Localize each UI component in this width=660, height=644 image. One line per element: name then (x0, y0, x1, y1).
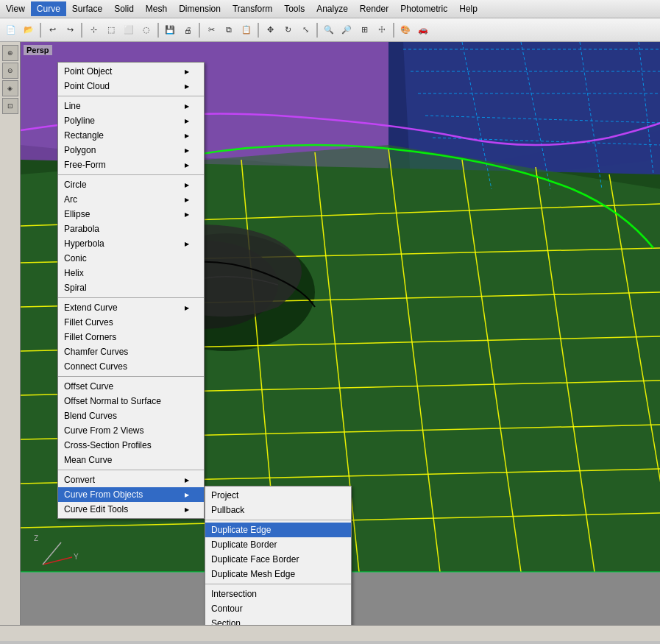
menu-curve-2-views[interactable]: Curve From 2 Views (58, 423, 204, 438)
curve-edit-tools-arrow: ▶ (185, 506, 189, 513)
svg-text:Z: Z (34, 534, 38, 542)
menu-view[interactable]: View (0, 1, 31, 16)
submenu-duplicate-edge[interactable]: Duplicate Edge (205, 523, 351, 537)
menu-arc[interactable]: Arc ▶ (58, 192, 204, 207)
menu-render[interactable]: Render (354, 1, 394, 16)
toolbar-paste[interactable]: 📋 (238, 22, 255, 38)
menu-helix[interactable]: Helix (58, 266, 204, 280)
submenu-pullback[interactable]: Pullback (205, 503, 351, 517)
submenu-contour[interactable]: Contour (205, 601, 351, 616)
main-layout: ⊕ ⊖ ◈ ⊡ (0, 42, 660, 625)
toolbar-crossing[interactable]: ⬜ (121, 22, 137, 38)
menu-fillet-curves[interactable]: Fillet Curves (58, 315, 204, 330)
menubar[interactable]: View Curve Surface Solid Mesh Dimension … (0, 0, 660, 18)
menu-mean-curve[interactable]: Mean Curve (58, 453, 204, 467)
menu-blend-curves[interactable]: Blend Curves (58, 408, 204, 423)
menu-spiral[interactable]: Spiral (58, 280, 204, 295)
menu-solid[interactable]: Solid (108, 1, 140, 16)
menu-surface[interactable]: Surface (66, 1, 108, 16)
submenu-section[interactable]: Section (205, 616, 351, 625)
menu-analyze[interactable]: Analyze (311, 1, 354, 16)
toolbar-zoom-all[interactable]: ⊞ (356, 22, 372, 38)
arc-arrow: ▶ (185, 197, 189, 203)
menu-offset-curve[interactable]: Offset Curve (58, 379, 204, 394)
menu-curve-edit-tools[interactable]: Curve Edit Tools ▶ (58, 502, 204, 517)
submenu-duplicate-face-border[interactable]: Duplicate Face Border (205, 552, 351, 567)
toolbar-undo[interactable]: ↩ (44, 22, 60, 38)
menu-freeform[interactable]: Free-Form ▶ (58, 158, 204, 172)
sep-3 (58, 297, 204, 298)
menu-dimension[interactable]: Dimension (173, 1, 227, 16)
statusbar (0, 625, 660, 641)
menu-photometric[interactable]: Photometric (394, 1, 453, 16)
submenu-duplicate-mesh-edge[interactable]: Duplicate Mesh Edge (205, 567, 351, 581)
left-btn-1[interactable]: ⊕ (2, 45, 18, 61)
viewport-label: Persp (24, 45, 52, 55)
sep-5 (58, 470, 204, 470)
toolbar-sep2 (81, 23, 82, 38)
toolbar-sep1 (40, 23, 41, 38)
left-btn-2[interactable]: ⊖ (2, 63, 18, 79)
toolbar-print[interactable]: 🖨 (180, 22, 196, 38)
toolbar-save[interactable]: 💾 (162, 22, 178, 38)
toolbar-redo[interactable]: ↪ (62, 22, 78, 38)
menu-curve[interactable]: Curve (31, 1, 66, 16)
menu-mesh[interactable]: Mesh (140, 1, 173, 16)
viewport-area[interactable]: Z Y Persp Point Object ▶ Point Cloud (21, 42, 660, 625)
submenu-duplicate-border[interactable]: Duplicate Border (205, 537, 351, 552)
menu-point-object[interactable]: Point Object ▶ (58, 64, 204, 79)
menu-rectangle[interactable]: Rectangle ▶ (58, 128, 204, 143)
menu-fillet-corners[interactable]: Fillet Corners (58, 330, 204, 344)
toolbar-sep7 (393, 23, 394, 38)
left-btn-4[interactable]: ⊡ (2, 98, 18, 114)
menu-help[interactable]: Help (453, 1, 483, 16)
menu-offset-normal[interactable]: Offset Normal to Surface (58, 394, 204, 408)
toolbar-lasso[interactable]: ◌ (138, 22, 155, 38)
menu-connect-curves[interactable]: Connect Curves (58, 359, 204, 374)
submenu-project[interactable]: Project (205, 488, 351, 503)
menu-point-cloud[interactable]: Point Cloud ▶ (58, 79, 204, 93)
menu-convert[interactable]: Convert ▶ (58, 473, 204, 487)
toolbar-open[interactable]: 📂 (21, 22, 37, 38)
toolbar-scale[interactable]: ⤡ (297, 22, 313, 38)
toolbar-copy[interactable]: ⧉ (221, 22, 237, 38)
menu-ellipse[interactable]: Ellipse ▶ (58, 207, 204, 222)
toolbar-pan[interactable]: ☩ (374, 22, 390, 38)
toolbar-sep4 (199, 23, 200, 38)
menu-hyperbola[interactable]: Hyperbola ▶ (58, 236, 204, 251)
rectangle-arrow: ▶ (185, 132, 189, 139)
toolbar-render[interactable]: 🎨 (397, 22, 414, 38)
left-btn-3[interactable]: ◈ (2, 80, 18, 96)
menu-extend-curve[interactable]: Extend Curve ▶ (58, 300, 204, 315)
menu-line[interactable]: Line ▶ (58, 99, 204, 113)
menu-cross-section[interactable]: Cross-Section Profiles (58, 438, 204, 453)
toolbar-cut[interactable]: ✂ (203, 22, 219, 38)
toolbar-car[interactable]: 🚗 (415, 22, 431, 38)
menu-conic[interactable]: Conic (58, 251, 204, 266)
menu-circle[interactable]: Circle ▶ (58, 177, 204, 192)
sep-2 (58, 174, 204, 175)
toolbar-sep3 (157, 23, 159, 38)
hyperbola-arrow: ▶ (185, 241, 189, 247)
toolbar-move[interactable]: ✥ (262, 22, 278, 38)
toolbar-rotate[interactable]: ↻ (280, 22, 296, 38)
extend-curve-arrow: ▶ (185, 305, 189, 311)
polyline-arrow: ▶ (185, 118, 189, 124)
sep-4 (58, 376, 204, 377)
toolbar-zoom-in[interactable]: 🔍 (321, 22, 337, 38)
menu-tools[interactable]: Tools (278, 1, 311, 16)
menu-chamfer-curves[interactable]: Chamfer Curves (58, 344, 204, 359)
curve-from-objects-submenu: Project Pullback Duplicate Edge (205, 486, 352, 625)
toolbar-sep5 (258, 23, 259, 38)
submenu-intersection[interactable]: Intersection (205, 587, 351, 601)
menu-polygon[interactable]: Polygon ▶ (58, 143, 204, 158)
toolbar-new[interactable]: 📄 (3, 22, 19, 38)
toolbar-select[interactable]: ⊹ (85, 22, 102, 38)
menu-polyline[interactable]: Polyline ▶ (58, 113, 204, 128)
toolbar-window[interactable]: ⬚ (103, 22, 119, 38)
toolbar-zoom-out[interactable]: 🔎 (338, 22, 355, 38)
menu-transform[interactable]: Transform (227, 1, 278, 16)
menu-parabola[interactable]: Parabola (58, 222, 204, 236)
menu-curve-from-objects[interactable]: Curve From Objects ▶ Project Pullback (58, 487, 204, 502)
sub-sep-2 (205, 584, 351, 584)
